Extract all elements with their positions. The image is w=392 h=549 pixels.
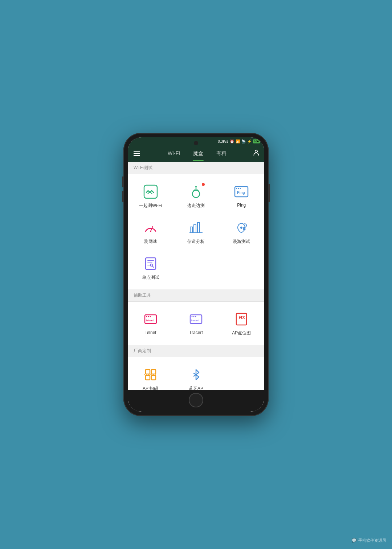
item-roaming[interactable]: 漫游测试 <box>219 214 264 250</box>
menu-button[interactable] <box>132 150 142 157</box>
wifi-test-section: 一起测Wi-Fi 边走边测 <box>128 174 264 289</box>
volume-up-button <box>122 176 123 187</box>
svg-point-28 <box>193 316 194 317</box>
vendor-row-1: AP 扫码 蓝牙AP <box>128 361 264 390</box>
item-ping[interactable]: Ping Ping <box>219 178 264 214</box>
svg-rect-34 <box>146 375 150 380</box>
wechat-icon: 💬 <box>352 538 357 543</box>
speed-test-label: 测网速 <box>144 239 157 245</box>
main-content: Wi-Fi测试 一起测Wi-Fi <box>128 162 264 390</box>
bluetooth-icon <box>187 366 205 383</box>
svg-point-20 <box>150 264 152 266</box>
ap-scan-label: AP 扫码 <box>143 386 158 390</box>
svg-rect-35 <box>151 375 156 380</box>
svg-rect-32 <box>146 370 150 374</box>
svg-point-23 <box>148 316 149 317</box>
user-icon[interactable] <box>253 149 260 158</box>
phone-frame: 0.3K/s ⏰ 📶 📡 ⚡ 100 WI-FI 魔盒 有料 <box>123 133 269 416</box>
wifi-icon: 📡 <box>241 139 246 143</box>
section-vendor-header: 厂商定制 <box>128 345 264 357</box>
svg-point-3 <box>195 186 197 187</box>
svg-point-6 <box>238 188 239 189</box>
svg-point-0 <box>255 150 258 152</box>
item-walk-test[interactable]: 边走边测 <box>173 178 219 214</box>
alarm-icon: ⏰ <box>230 139 234 143</box>
home-button-area <box>128 390 264 412</box>
item-bluetooth[interactable]: 蓝牙AP <box>173 361 219 390</box>
tools-section: telnet Telnet t <box>128 302 264 345</box>
walk-test-label: 边走边测 <box>187 203 205 209</box>
tracert-label: Tracert <box>189 330 203 335</box>
wifi-row-2: 测网速 信道分析 <box>128 214 264 250</box>
svg-point-5 <box>236 188 237 189</box>
home-button[interactable] <box>189 393 203 407</box>
item-channel[interactable]: 信道分析 <box>173 214 219 250</box>
svg-point-15 <box>244 228 245 230</box>
channel-icon <box>187 219 205 236</box>
power-button <box>269 184 270 202</box>
vendor-section: AP 扫码 蓝牙AP <box>128 357 264 390</box>
svg-point-27 <box>191 316 192 317</box>
ap-map-icon <box>233 310 250 328</box>
camera <box>194 141 198 145</box>
tracert-icon: tracert <box>187 310 205 328</box>
svg-point-29 <box>195 316 196 317</box>
page-watermark: 💬 手机软件资源局 <box>352 538 386 543</box>
charge-icon: ⚡ <box>247 139 252 143</box>
telnet-icon: telnet <box>142 310 159 328</box>
svg-rect-11 <box>194 225 196 233</box>
svg-text:Ping: Ping <box>237 191 245 195</box>
item-tracert[interactable]: tracert Tracert <box>173 305 219 341</box>
item-speed-test[interactable]: 测网速 <box>128 214 173 250</box>
svg-rect-10 <box>190 227 192 233</box>
nav-tabs: WI-FI 魔盒 有料 <box>142 149 253 158</box>
tools-row-1: telnet Telnet t <box>128 305 264 341</box>
phone-screen: 0.3K/s ⏰ 📶 📡 ⚡ 100 WI-FI 魔盒 有料 <box>128 137 264 412</box>
test-wifi-label: 一起测Wi-Fi <box>139 203 162 209</box>
svg-point-9 <box>150 231 151 232</box>
ping-label: Ping <box>237 203 246 208</box>
section-wifi-header: Wi-Fi测试 <box>128 162 264 174</box>
svg-rect-16 <box>146 258 156 269</box>
item-ap-scan[interactable]: AP 扫码 <box>128 361 173 390</box>
speed-test-icon <box>142 219 159 236</box>
svg-point-24 <box>150 316 151 317</box>
tab-mohe[interactable]: 魔盒 <box>190 149 206 158</box>
item-test-wifi[interactable]: 一起测Wi-Fi <box>128 178 173 214</box>
wifi-row-1: 一起测Wi-Fi 边走边测 <box>128 178 264 214</box>
notification-dot <box>202 183 205 186</box>
roaming-label: 漫游测试 <box>233 239 250 245</box>
tab-wifi[interactable]: WI-FI <box>165 149 183 158</box>
nav-bar: WI-FI 魔盒 有料 <box>128 145 264 162</box>
section-tools-header: 辅助工具 <box>128 289 264 302</box>
svg-rect-33 <box>151 370 156 374</box>
svg-rect-31 <box>236 313 246 325</box>
single-test-label: 单点测试 <box>142 274 159 281</box>
single-test-icon <box>142 255 159 272</box>
item-ap-map[interactable]: AP点位图 <box>219 305 264 341</box>
wifi-row-3: 单点测试 <box>128 250 264 286</box>
channel-label: 信道分析 <box>187 239 205 245</box>
test-wifi-icon <box>142 183 159 200</box>
svg-text:tracert: tracert <box>191 319 200 322</box>
telnet-label: Telnet <box>145 330 156 335</box>
svg-rect-12 <box>197 223 200 233</box>
svg-point-14 <box>240 227 242 229</box>
bluetooth-label: 蓝牙AP <box>189 386 203 390</box>
svg-point-22 <box>146 316 147 317</box>
svg-point-7 <box>240 188 241 189</box>
ap-map-label: AP点位图 <box>232 330 251 336</box>
item-single-test[interactable]: 单点测试 <box>128 250 173 286</box>
ap-scan-icon <box>142 366 159 383</box>
roaming-icon <box>233 219 250 236</box>
ping-icon: Ping <box>233 183 250 200</box>
svg-text:telnet: telnet <box>146 319 154 322</box>
battery-indicator: 100 <box>253 139 260 143</box>
volume-down-button <box>122 191 123 202</box>
network-speed: 0.3K/s <box>218 139 228 143</box>
tab-youliao[interactable]: 有料 <box>213 149 229 158</box>
signal-icon: 📶 <box>236 139 240 143</box>
item-telnet[interactable]: telnet Telnet <box>128 305 173 341</box>
walk-test-icon <box>187 183 205 200</box>
